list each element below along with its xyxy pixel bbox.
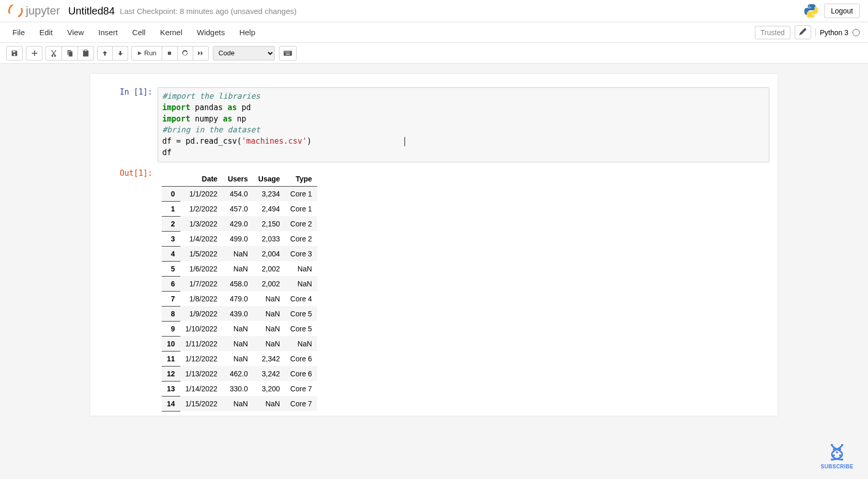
command-palette-button[interactable] bbox=[279, 46, 297, 60]
trusted-indicator[interactable]: Trusted bbox=[755, 26, 791, 39]
table-row: 01/1/2022454.03,234Core 1 bbox=[162, 186, 317, 201]
notebook-header: jupyter Untitled84 Last Checkpoint: 8 mi… bbox=[0, 0, 868, 22]
svg-rect-3 bbox=[286, 51, 287, 52]
table-row: 111/12/2022NaN2,342Core 6 bbox=[162, 351, 317, 366]
logout-button[interactable]: Logout bbox=[824, 4, 860, 18]
table-row: 31/4/2022499.02,033Core 2 bbox=[162, 231, 317, 246]
svg-point-11 bbox=[839, 448, 841, 450]
run-button[interactable]: Run bbox=[131, 46, 162, 60]
column-header: Users bbox=[223, 172, 253, 187]
menu-edit[interactable]: Edit bbox=[32, 24, 60, 41]
menu-widgets[interactable]: Widgets bbox=[190, 24, 232, 41]
checkpoint-status: Last Checkpoint: 8 minutes ago (unsaved … bbox=[120, 7, 297, 16]
column-header: Date bbox=[180, 172, 223, 187]
svg-rect-5 bbox=[288, 51, 289, 52]
celltype-select[interactable]: Code bbox=[213, 46, 275, 60]
edit-mode-icon[interactable] bbox=[795, 25, 811, 39]
run-button-label: Run bbox=[144, 49, 157, 57]
table-row: 141/15/2022NaNNaNCore 7 bbox=[162, 396, 317, 411]
table-row: 41/5/2022NaN2,004Core 3 bbox=[162, 246, 317, 261]
jupyter-logo-icon bbox=[6, 2, 25, 20]
svg-point-13 bbox=[833, 454, 835, 456]
move-down-button[interactable] bbox=[113, 46, 128, 60]
menu-insert[interactable]: Insert bbox=[91, 24, 125, 41]
output-cell: Out[1]: DateUsersUsageType 01/1/2022454.… bbox=[90, 165, 778, 416]
svg-point-12 bbox=[836, 451, 838, 453]
table-row: 131/14/2022330.03,200Core 7 bbox=[162, 381, 317, 396]
dna-icon bbox=[827, 442, 847, 463]
table-row: 71/8/2022479.0NaNCore 4 bbox=[162, 291, 317, 306]
subscribe-watermark[interactable]: SUBSCRIBE bbox=[821, 442, 854, 469]
column-header: Type bbox=[285, 172, 317, 187]
svg-point-8 bbox=[831, 444, 833, 446]
paste-button[interactable] bbox=[78, 46, 94, 60]
svg-rect-2 bbox=[284, 51, 285, 52]
subscribe-label: SUBSCRIBE bbox=[821, 464, 854, 469]
code-cell[interactable]: In [1]: #import the librariesimport pand… bbox=[90, 84, 778, 165]
table-row: 11/2/2022457.02,494Core 1 bbox=[162, 201, 317, 216]
svg-rect-7 bbox=[286, 53, 290, 54]
menu-help[interactable]: Help bbox=[232, 24, 262, 41]
column-header: Usage bbox=[253, 172, 285, 187]
menu-cell[interactable]: Cell bbox=[125, 24, 153, 41]
toolbar: Run Code bbox=[0, 43, 868, 64]
jupyter-logo[interactable]: jupyter bbox=[8, 4, 60, 18]
svg-rect-4 bbox=[287, 51, 288, 52]
code-input[interactable]: #import the librariesimport pandas as pd… bbox=[158, 87, 769, 162]
svg-point-15 bbox=[831, 459, 833, 461]
column-header bbox=[162, 172, 180, 187]
interrupt-button[interactable] bbox=[162, 46, 178, 60]
svg-point-10 bbox=[833, 448, 835, 450]
svg-point-9 bbox=[841, 444, 843, 446]
menu-view[interactable]: View bbox=[60, 24, 91, 41]
svg-rect-6 bbox=[289, 51, 290, 52]
dataframe-output: DateUsersUsageType 01/1/2022454.03,234Co… bbox=[158, 169, 769, 413]
notebook-title[interactable]: Untitled84 bbox=[68, 5, 115, 17]
kernel-status-icon bbox=[853, 29, 860, 36]
kernel-name[interactable]: Python 3 bbox=[815, 28, 848, 37]
table-row: 81/9/2022439.0NaNCore 5 bbox=[162, 306, 317, 321]
restart-button[interactable] bbox=[178, 46, 193, 60]
table-row: 21/3/2022429.02,150Core 2 bbox=[162, 216, 317, 231]
jupyter-logo-text: jupyter bbox=[26, 4, 60, 18]
move-up-button[interactable] bbox=[97, 46, 113, 60]
input-prompt: In [1]: bbox=[96, 87, 158, 162]
notebook-area[interactable]: In [1]: #import the librariesimport pand… bbox=[0, 64, 868, 479]
svg-rect-0 bbox=[168, 51, 171, 54]
table-row: 61/7/2022458.02,002NaN bbox=[162, 276, 317, 291]
cut-button[interactable] bbox=[45, 46, 62, 60]
table-row: 51/6/2022NaN2,002NaN bbox=[162, 261, 317, 276]
table-row: 121/13/2022462.03,242Core 6 bbox=[162, 366, 317, 381]
add-cell-button[interactable] bbox=[26, 46, 42, 60]
save-button[interactable] bbox=[6, 46, 23, 60]
menu-kernel[interactable]: Kernel bbox=[153, 24, 190, 41]
svg-point-16 bbox=[841, 459, 843, 461]
menubar: FileEditViewInsertCellKernelWidgetsHelp … bbox=[0, 22, 868, 43]
svg-point-14 bbox=[839, 454, 841, 456]
output-prompt: Out[1]: bbox=[96, 169, 158, 413]
menu-file[interactable]: File bbox=[8, 24, 32, 41]
table-row: 101/11/2022NaNNaNNaN bbox=[162, 336, 317, 351]
python-logo-icon bbox=[803, 3, 819, 19]
dataframe-table: DateUsersUsageType 01/1/2022454.03,234Co… bbox=[162, 172, 317, 411]
restart-run-all-button[interactable] bbox=[193, 46, 209, 60]
table-row: 91/10/2022NaNNaNCore 5 bbox=[162, 321, 317, 336]
copy-button[interactable] bbox=[62, 46, 78, 60]
svg-rect-1 bbox=[284, 51, 292, 56]
